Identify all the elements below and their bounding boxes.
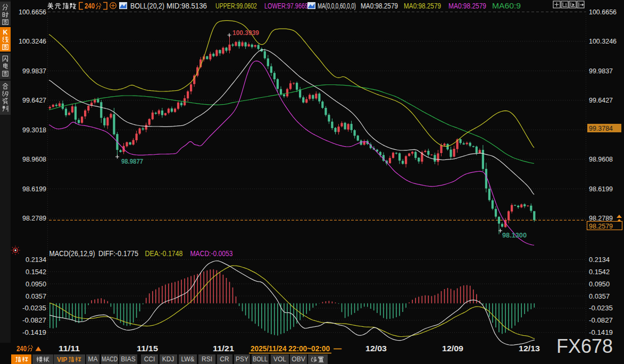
svg-text:12/03: 12/03 — [365, 344, 387, 353]
svg-text:FX678: FX678 — [556, 335, 613, 357]
svg-text:100.3246: 100.3246 — [19, 37, 46, 45]
svg-text:MA0:98.2579: MA0:98.2579 — [404, 1, 441, 10]
svg-text:0.0950: 0.0950 — [26, 280, 46, 288]
svg-text:11/15: 11/15 — [137, 344, 158, 353]
svg-text:-0.0235: -0.0235 — [589, 304, 613, 312]
svg-text:98.6199: 98.6199 — [589, 185, 613, 193]
svg-text:-0.0827: -0.0827 — [589, 316, 613, 324]
svg-text:12/09: 12/09 — [442, 344, 463, 353]
svg-text:LOWER:97.9669: LOWER:97.9669 — [264, 1, 308, 10]
svg-text:240: 240 — [85, 2, 95, 10]
svg-text:0.0357: 0.0357 — [26, 292, 46, 300]
svg-text:99.9837: 99.9837 — [22, 67, 46, 75]
svg-text:LW&: LW& — [181, 355, 194, 363]
svg-text:98.2579: 98.2579 — [589, 222, 613, 230]
svg-text:MACD(26,12,9): MACD(26,12,9) — [49, 249, 95, 258]
svg-text:99.9837: 99.9837 — [589, 67, 613, 75]
svg-text:MA: MA — [88, 355, 98, 363]
svg-text:0.2134: 0.2134 — [589, 256, 610, 264]
svg-text:98.1300: 98.1300 — [502, 231, 527, 239]
svg-text:DEA:-0.1748: DEA:-0.1748 — [145, 249, 183, 258]
svg-text:0.0357: 0.0357 — [589, 292, 610, 300]
svg-text:-0.1419: -0.1419 — [22, 328, 46, 336]
svg-text:98.6199: 98.6199 — [22, 185, 46, 193]
svg-text:99.3018: 99.3018 — [22, 126, 46, 134]
svg-text:MACD:-0.0053: MACD:-0.0053 — [190, 249, 233, 258]
svg-text:BIAS: BIAS — [121, 355, 135, 363]
svg-text:100.6656: 100.6656 — [589, 8, 617, 16]
svg-text:MACD: MACD — [102, 355, 118, 363]
svg-text:12/13: 12/13 — [519, 344, 540, 353]
svg-text:98.9608: 98.9608 — [22, 155, 46, 163]
svg-text:VOL: VOL — [273, 355, 286, 363]
svg-text:MA0:98.2579: MA0:98.2579 — [361, 1, 398, 10]
svg-text:0.1542: 0.1542 — [589, 268, 610, 276]
svg-text:MA60:9: MA60:9 — [492, 1, 521, 10]
svg-text:VIP: VIP — [57, 356, 67, 363]
svg-text:98.2789: 98.2789 — [22, 214, 46, 222]
svg-text:MID:98.5136: MID:98.5136 — [167, 1, 207, 10]
svg-text:MA(0,0,0,60,0,0): MA(0,0,0,60,0,0) — [318, 1, 356, 10]
svg-text:CCI: CCI — [144, 355, 155, 363]
svg-text:98.9608: 98.9608 — [589, 155, 613, 163]
svg-text:240: 240 — [16, 344, 27, 353]
svg-text:11/21: 11/21 — [213, 344, 234, 353]
svg-text:MA0:98.2579: MA0:98.2579 — [448, 1, 486, 10]
svg-text:CR: CR — [220, 355, 229, 363]
svg-text:0.2134: 0.2134 — [26, 256, 46, 264]
svg-text:11/11: 11/11 — [59, 344, 80, 353]
svg-text:99.6427: 99.6427 — [22, 96, 46, 104]
svg-text:100.6656: 100.6656 — [19, 8, 46, 16]
svg-text:-0.0827: -0.0827 — [22, 316, 46, 324]
svg-text:BOLL: BOLL — [253, 355, 268, 363]
svg-text:0.1542: 0.1542 — [26, 268, 46, 276]
svg-text:PSY: PSY — [236, 355, 248, 363]
svg-text:—: — — [334, 344, 342, 353]
svg-text:UPPER:99.0602: UPPER:99.0602 — [215, 1, 257, 10]
svg-text:2025/11/24 22:00~02:00: 2025/11/24 22:00~02:00 — [251, 344, 330, 353]
svg-text:KDJ: KDJ — [162, 355, 174, 363]
svg-text:DIFF:-0.1775: DIFF:-0.1775 — [98, 249, 138, 258]
svg-text:-0.0235: -0.0235 — [22, 304, 46, 312]
svg-text:100.3939: 100.3939 — [232, 29, 259, 37]
svg-text:98.9877: 98.9877 — [121, 157, 143, 165]
svg-text:99.6427: 99.6427 — [589, 96, 613, 104]
svg-text:BOLL(20,2): BOLL(20,2) — [130, 1, 164, 10]
svg-text:100.3246: 100.3246 — [589, 37, 617, 45]
svg-text:RSI: RSI — [202, 355, 212, 363]
svg-text:99.3784: 99.3784 — [589, 124, 613, 132]
svg-text:OBV: OBV — [292, 355, 305, 363]
svg-text:0.0950: 0.0950 — [589, 280, 610, 288]
svg-text:K: K — [3, 29, 7, 36]
